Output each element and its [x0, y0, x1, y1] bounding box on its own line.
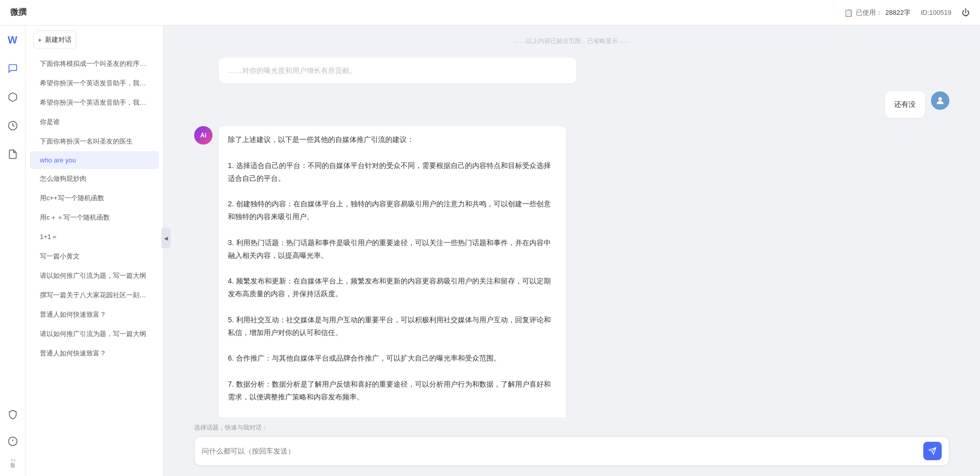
new-conversation-label: 新建对话: [45, 35, 72, 44]
usage-label: 已使用：: [856, 8, 882, 17]
usage-icon: 📋: [844, 9, 853, 17]
usage-value: 28822字: [885, 8, 911, 17]
nav-shield-icon[interactable]: [4, 406, 22, 424]
nav-logo: W: [4, 31, 22, 49]
conversation-item-16[interactable]: 普通人如何快速致富？: [30, 344, 159, 363]
message-row-user: 还有没: [194, 91, 949, 118]
conversation-item-11[interactable]: 写一篇小黄文: [30, 247, 159, 266]
conversation-item-3[interactable]: 希望你扮演一个英语发音助手，我提供给你...: [30, 93, 159, 112]
nav-info-icon[interactable]: [4, 432, 22, 450]
ai-message-bubble: 除了上述建议，以下是一些其他的自媒体推广引流的建议： 1. 选择适合自己的平台：…: [219, 126, 566, 417]
app-header: 微撰 📋 已使用： 28822字 ID:100519 ⏻: [0, 0, 980, 26]
chat-input[interactable]: [202, 447, 918, 455]
collapse-icon: ◀: [164, 235, 168, 241]
header-right: 📋 已使用： 28822字 ID:100519 ⏻: [844, 8, 970, 17]
truncated-text: ……以上内容已超出范围，已省略显示……: [514, 37, 630, 44]
user-message-bubble: 还有没: [885, 91, 925, 118]
new-conversation-button[interactable]: + 新建对话: [33, 31, 76, 49]
conversation-item-6[interactable]: who are you: [30, 151, 159, 169]
truncated-notice: ……以上内容已超出范围，已省略显示……: [194, 36, 949, 45]
nav-clock-icon[interactable]: [4, 116, 22, 135]
send-icon: [928, 447, 937, 455]
conversation-item-5[interactable]: 下面你将扮演一名叫圣友的医生: [30, 132, 159, 151]
user-id: ID:100519: [921, 9, 951, 16]
nav-doc-icon[interactable]: [4, 145, 22, 163]
icon-sidebar: W: [0, 26, 26, 476]
user-avatar: [931, 91, 949, 110]
usage-info: 📋 已使用： 28822字: [844, 8, 911, 17]
conversation-item-12[interactable]: 请以如何推广引流为题，写一篇大纲: [30, 266, 159, 285]
ai-avatar: Ai: [194, 126, 213, 145]
conversation-item-8[interactable]: 用c++写一个随机函数: [30, 188, 159, 208]
conversation-item-15[interactable]: 请以如何推广引流为题，写一篇大纲: [30, 324, 159, 344]
conversation-list: 下面你将模拟成一个叫圣友的程序员，我说...希望你扮演一个英语发音助手，我提供给…: [26, 54, 163, 363]
conversation-sidebar: + 新建对话 下面你将模拟成一个叫圣友的程序员，我说...希望你扮演一个英语发音…: [26, 26, 164, 476]
svg-point-4: [939, 98, 942, 101]
quick-topics-label: 选择话题，快速与我对话：: [194, 423, 949, 432]
conversation-item-14[interactable]: 普通人如何快速致富？: [30, 305, 159, 324]
collapse-sidebar-button[interactable]: ◀: [161, 228, 171, 248]
bottom-label: 客服2...: [9, 459, 16, 466]
message-row-ai: Ai 除了上述建议，以下是一些其他的自媒体推广引流的建议： 1. 选择适合自己的…: [194, 126, 949, 417]
power-icon[interactable]: ⏻: [962, 8, 970, 17]
conversation-item-13[interactable]: 撰写一篇关于八大家花园社区一刻钟便民生...: [30, 285, 159, 305]
input-box-wrapper: [194, 436, 949, 466]
app-logo: 微撰: [10, 7, 27, 18]
conversation-item-7[interactable]: 怎么做狗屁炒肉: [30, 169, 159, 188]
new-chat-icon: +: [38, 36, 42, 44]
prev-ai-content: ……对你的曝光度和用户增长有所贡献。: [219, 58, 949, 83]
chat-messages: ……以上内容已超出范围，已省略显示…… ……对你的曝光度和用户增长有所贡献。 还…: [164, 26, 980, 417]
conversation-item-2[interactable]: 希望你扮演一个英语发音助手，我提供给你...: [30, 74, 159, 93]
nav-box-icon[interactable]: [4, 88, 22, 106]
icon-sidebar-bottom: 客服2...: [4, 406, 22, 471]
send-button[interactable]: [923, 442, 942, 460]
chat-input-area: 选择话题，快速与我对话：: [164, 417, 980, 476]
conversation-item-10[interactable]: 1+1＝: [30, 227, 159, 247]
nav-chat-icon[interactable]: [4, 59, 22, 78]
conversation-item-1[interactable]: 下面你将模拟成一个叫圣友的程序员，我说...: [30, 54, 159, 74]
main-layout: W: [0, 26, 980, 476]
conversation-item-4[interactable]: 你是谁: [30, 112, 159, 132]
ai-message-text: 除了上述建议，以下是一些其他的自媒体推广引流的建议： 1. 选择适合自己的平台：…: [228, 133, 557, 417]
user-message-text: 还有没: [894, 100, 916, 108]
conversation-item-9[interactable]: 用c＋＋写一个随机函数: [30, 208, 159, 227]
chat-area: ……以上内容已超出范围，已省略显示…… ……对你的曝光度和用户增长有所贡献。 还…: [164, 26, 980, 476]
